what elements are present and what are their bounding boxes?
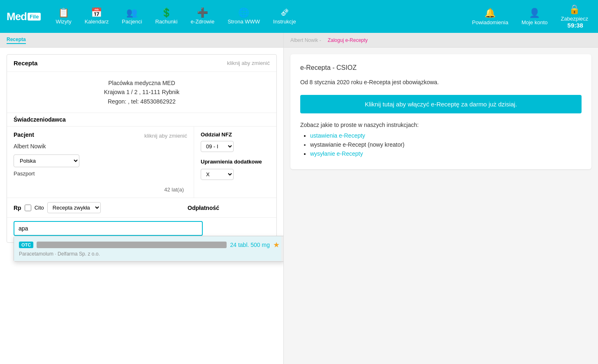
- drug-star-icon: ★: [273, 240, 280, 249]
- recepta-title: Recepta: [14, 60, 37, 67]
- rp-left: Rp Cito Recepta zwykła: [14, 202, 188, 213]
- patient-kliknij-zmienić[interactable]: kliknij aby zmienić: [144, 133, 187, 139]
- bell-icon: 🔔: [484, 8, 496, 18]
- nfz-label: Oddział NFZ: [201, 131, 270, 138]
- nav-label-wizyty: Wizyty: [56, 18, 71, 25]
- left-top-bar: Recepta: [0, 33, 283, 48]
- main-layout: Recepta Recepta kliknij aby zmienić Plac…: [0, 33, 598, 364]
- right-panel: Albert Nowik - Zaloguj e-Recepty e-Recep…: [284, 33, 598, 364]
- drug-item-subtitle: Paracetamolum · Delfarma Sp. z o.o.: [19, 251, 280, 257]
- country-select[interactable]: Polska: [14, 154, 79, 167]
- drug-dropdown: OTC 24 tabl. 500 mg ★ Paracetamolum · De…: [14, 236, 284, 262]
- otc-badge: OTC: [19, 242, 33, 248]
- nav-right: 🔔 Powiadomienia 👤 Moje konto 🔒 Zabezpiec…: [469, 2, 591, 30]
- odplatnosc-label: Odpłatność: [188, 205, 219, 211]
- nav-label-kalendarz: Kalendarz: [85, 18, 109, 25]
- recepta-kliknij-zmienić[interactable]: kliknij aby zmienić: [227, 60, 270, 66]
- nav-item-wizyty[interactable]: 📋 Wizyty: [51, 6, 76, 27]
- nav-label-ezdrowie: e-Zdrowie: [191, 18, 215, 25]
- uprawn-label: Uprawnienia dodatkowe: [201, 159, 270, 166]
- patient-left: Pacjent kliknij aby zmienić Albert Nowik…: [7, 127, 194, 198]
- nav-label-rachunki: Rachunki: [155, 18, 177, 25]
- drug-item-top: OTC 24 tabl. 500 mg ★: [19, 240, 280, 249]
- nav-item-ezdrowie[interactable]: ➕ e-Zdrowie: [186, 6, 220, 27]
- user-icon: 👤: [529, 8, 540, 18]
- erecepta-see: Zobacz jakie to proste w naszych instruk…: [300, 122, 582, 128]
- logo-med-text: Med: [7, 10, 27, 23]
- recepta-header: Recepta kliknij aby zmienić: [7, 55, 276, 72]
- rp-right: Odpłatność: [188, 205, 270, 211]
- time-display: 59:38: [568, 22, 583, 29]
- drug-qty: 24 tabl. 500 mg: [230, 242, 270, 248]
- drug-search-section: OTC 24 tabl. 500 mg ★ Paracetamolum · De…: [7, 218, 276, 242]
- erecepta-link-wysylanie[interactable]: wysyłanie e-Recepty: [310, 150, 363, 157]
- erecepta-text-wystawianie: wystawianie e-Recept (nowy kreator): [310, 141, 405, 148]
- rachunki-icon: 💲: [161, 8, 172, 17]
- patient-section: Pacjent kliknij aby zmienić Albert Nowik…: [7, 127, 276, 198]
- nfz-select[interactable]: 09 - I: [201, 141, 234, 152]
- patient-label: Pacjent: [14, 131, 34, 138]
- nav-zabezpiecz[interactable]: 🔒 Zabezpiecz 59:38: [558, 2, 591, 30]
- nav-item-rachunki[interactable]: 💲 Rachunki: [150, 6, 182, 27]
- wizyty-icon: 📋: [58, 8, 69, 17]
- right-top-bar: Albert Nowik - Zaloguj e-Recepty: [284, 33, 598, 48]
- rp-section: Rp Cito Recepta zwykła Odpłatność: [7, 198, 276, 218]
- left-panel: Recepta Recepta kliknij aby zmienić Plac…: [0, 33, 284, 364]
- nav-label-instrukcje: Instrukcje: [273, 18, 296, 25]
- recepta-body: Placówka medyczna MED Krajowa 1 / 2 , 11…: [7, 72, 276, 113]
- instrukcje-icon: 🗞: [280, 8, 289, 17]
- erecepta-list-item-wysylanie: wysyłanie e-Recepty: [310, 150, 582, 157]
- erecepta-link-ustawienia[interactable]: ustawienia e-Recepty: [310, 132, 365, 139]
- uprawn-select[interactable]: X: [201, 169, 234, 180]
- nav-item-strona-www[interactable]: 🌐 Strona WWW: [223, 6, 265, 27]
- nav-label-zabezpiecz: Zabezpiecz: [561, 16, 588, 22]
- cito-checkbox[interactable]: [25, 205, 31, 211]
- placowka-line3: Regon: , tel: 48530862922: [14, 97, 270, 106]
- nav-powiadomienia[interactable]: 🔔 Powiadomienia: [469, 6, 512, 27]
- age-text: 42 lat(a): [14, 187, 187, 193]
- ezdrowie-icon: ➕: [197, 8, 208, 17]
- right-top-pink: Zaloguj e-Recepty: [328, 37, 368, 43]
- erecepta-list-item-ustawienia: ustawienia e-Recepty: [310, 132, 582, 139]
- recepta-card: Recepta kliknij aby zmienić Placówka med…: [7, 54, 277, 243]
- strona-www-icon: 🌐: [238, 8, 249, 17]
- passport-text: Paszport: [14, 170, 187, 177]
- logo[interactable]: Med File: [7, 10, 41, 23]
- right-top-patient: Albert Nowik -: [290, 37, 321, 43]
- drug-name-blurred: [37, 242, 227, 248]
- nav-label-moje-konto: Moje konto: [522, 19, 548, 25]
- nav-items: 📋 Wizyty 📅 Kalendarz 👥 Pacjenci 💲 Rachun…: [51, 6, 468, 27]
- kalendarz-icon: 📅: [91, 8, 102, 17]
- rp-label: Rp: [14, 205, 21, 211]
- patient-name: Albert Nowik: [14, 143, 187, 150]
- cito-text: Cito: [35, 205, 44, 211]
- nav-item-kalendarz[interactable]: 📅 Kalendarz: [80, 6, 114, 27]
- navbar: Med File 📋 Wizyty 📅 Kalendarz 👥 Pacjenci…: [0, 0, 598, 33]
- nav-item-instrukcje[interactable]: 🗞 Instrukcje: [268, 6, 301, 27]
- swiadczeniodawca-label: Świadczeniodawca: [7, 113, 276, 127]
- erecepta-list: ustawienia e-Recepty wystawianie e-Recep…: [300, 132, 582, 157]
- placowka-line2: Krajowa 1 / 2 , 11-111 Rybnik: [14, 88, 270, 97]
- erecepta-activate-button[interactable]: Kliknij tutaj aby włączyć e-Receptę za d…: [300, 95, 582, 113]
- lock-icon: 🔒: [569, 4, 580, 15]
- nav-item-pacjenci[interactable]: 👥 Pacjenci: [117, 6, 147, 27]
- nav-moje-konto[interactable]: 👤 Moje konto: [518, 6, 551, 27]
- nav-label-powiadomienia: Powiadomienia: [472, 19, 508, 25]
- recepta-type-select[interactable]: Recepta zwykła: [47, 202, 101, 213]
- drug-search-input[interactable]: [14, 221, 203, 236]
- erecepta-list-item-wystawianie: wystawianie e-Recept (nowy kreator): [310, 141, 582, 148]
- patient-right: Oddział NFZ 09 - I Uprawnienia dodatkowe…: [194, 127, 276, 198]
- erecepta-desc: Od 8 stycznia 2020 roku e-Recepta jest o…: [300, 78, 582, 87]
- erecepta-title: e-Recepta - CSIOZ: [300, 64, 582, 71]
- placowka-line1: Placówka medyczna MED: [14, 78, 270, 88]
- nav-label-pacjenci: Pacjenci: [122, 18, 142, 25]
- drug-item[interactable]: OTC 24 tabl. 500 mg ★ Paracetamolum · De…: [14, 236, 284, 261]
- pacjenci-icon: 👥: [126, 8, 137, 17]
- nav-label-strona-www: Strona WWW: [227, 18, 260, 25]
- logo-file-text: File: [28, 13, 41, 21]
- tab-recepta[interactable]: Recepta: [7, 37, 26, 44]
- erecepta-card: e-Recepta - CSIOZ Od 8 stycznia 2020 rok…: [290, 54, 591, 169]
